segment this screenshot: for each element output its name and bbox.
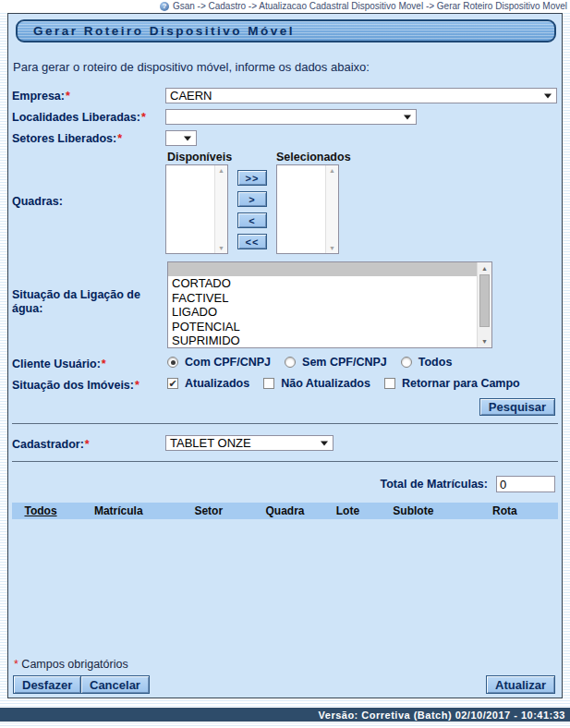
move-all-left-button[interactable]: <<	[237, 234, 267, 249]
scroll-down-icon[interactable]: ▼	[478, 338, 491, 345]
page-title: Gerar Roteiro Dispositivo Móvel	[18, 21, 554, 41]
cadastrador-select-value: TABLET ONZE	[170, 436, 251, 450]
required-asterisk: *	[141, 111, 146, 124]
breadcrumb: ? Gsan -> Cadastro -> Atualizacao Cadast…	[0, 0, 570, 12]
listbox-option[interactable]: FACTIVEL	[168, 291, 477, 305]
radio-label: Sem CPF/CNPJ	[302, 356, 387, 369]
situacao-ligacao-label: Situação da Ligação de água:	[12, 288, 156, 316]
scroll-up-icon[interactable]: ▲	[218, 167, 224, 174]
scroll-up-icon[interactable]: ▲	[478, 265, 491, 272]
radio-dot	[171, 360, 176, 365]
quadras-disponiveis-label: Disponíveis	[167, 151, 232, 164]
checkbox-icon[interactable]	[384, 378, 395, 389]
checkbox-label: Atualizados	[185, 377, 249, 390]
radio-sem-cpf-cnpj[interactable]: Sem CPF/CNPJ	[285, 356, 387, 369]
column-header-setor: Setor	[167, 504, 249, 517]
move-right-button[interactable]: >	[237, 191, 267, 207]
atualizar-button[interactable]: Atualizar	[486, 675, 555, 694]
radio-label: Todos	[418, 356, 453, 369]
divider	[12, 423, 558, 424]
column-header-todos[interactable]: Todos	[12, 504, 69, 517]
cadastrador-select[interactable]: TABLET ONZE	[165, 435, 334, 451]
divider	[12, 461, 558, 462]
situacao-imoveis-checkbox-group: ✔ Atualizados Não Atualizados Retornar p…	[167, 377, 520, 390]
localidades-select[interactable]	[165, 109, 417, 125]
empresa-label-text: Empresa:	[12, 90, 65, 103]
checkbox-nao-atualizados[interactable]: Não Atualizados	[263, 377, 370, 390]
checkbox-icon-checked[interactable]: ✔	[167, 378, 178, 389]
title-bar: Gerar Roteiro Dispositivo Móvel	[16, 19, 556, 42]
intro-text: Para gerar o roteiro de dispositivo móve…	[13, 60, 370, 74]
cliente-usuario-radio-group: Com CPF/CNPJ Sem CPF/CNPJ Todos	[167, 356, 452, 369]
checkbox-label: Retornar para Campo	[402, 377, 520, 390]
column-header-rota: Rota	[452, 504, 558, 517]
listbox-option[interactable]: POTENCIAL	[168, 320, 477, 334]
dropdown-arrow-icon	[321, 441, 328, 445]
column-header-lote: Lote	[321, 504, 375, 517]
required-note-text: Campos obrigatórios	[18, 658, 128, 671]
move-left-button[interactable]: <	[237, 212, 267, 228]
listbox-option-blank[interactable]	[168, 262, 477, 276]
column-header-quadra: Quadra	[249, 504, 321, 517]
column-header-sublote: Sublote	[375, 504, 452, 517]
dropdown-arrow-icon	[404, 115, 411, 119]
quadras-selecionados-label: Selecionados	[276, 151, 351, 164]
setores-select[interactable]	[165, 130, 197, 146]
situacao-imoveis-label: Situação dos Imóveis:*	[12, 379, 139, 392]
cliente-usuario-label: Cliente Usuário:*	[12, 358, 106, 370]
radio-todos[interactable]: Todos	[401, 356, 453, 369]
scroll-up-icon[interactable]: ▲	[329, 167, 335, 174]
total-matriculas-label: Total de Matrículas:	[381, 478, 488, 491]
required-asterisk: *	[66, 90, 70, 103]
listbox-option[interactable]: SUPRIMIDO	[168, 334, 477, 347]
total-matriculas-value: 0	[500, 478, 506, 491]
pesquisar-button[interactable]: Pesquisar	[479, 398, 555, 416]
localidades-label: Localidades Liberadas:*	[12, 111, 146, 124]
scrollbar[interactable]: ▲ ▼	[214, 165, 227, 253]
total-matriculas-row: Total de Matrículas: 0	[381, 476, 555, 492]
checkbox-label: Não Atualizados	[281, 377, 370, 390]
radio-icon[interactable]	[401, 357, 412, 368]
cancelar-button[interactable]: Cancelar	[80, 675, 150, 694]
scrollbar-thumb[interactable]	[479, 274, 490, 327]
radio-com-cpf-cnpj[interactable]: Com CPF/CNPJ	[167, 356, 271, 369]
radio-icon[interactable]	[285, 357, 296, 368]
form-panel: Gerar Roteiro Dispositivo Móvel Para ger…	[7, 13, 563, 698]
empresa-select[interactable]: CAERN	[165, 88, 557, 103]
setores-label: Setores Liberados:*	[12, 132, 122, 145]
results-table-header: Todos Matrícula Setor Quadra Lote Sublot…	[12, 503, 558, 519]
scroll-down-icon[interactable]: ▼	[329, 245, 335, 251]
column-header-matricula: Matrícula	[69, 504, 167, 517]
checkmark-icon: ✔	[168, 378, 176, 389]
cliente-usuario-label-text: Cliente Usuário:	[12, 358, 101, 370]
move-all-right-button[interactable]: >>	[237, 170, 267, 186]
footer-version-bar: Versão: Corretiva (Batch) 02/10/2017 - 1…	[0, 708, 570, 722]
quadras-disponiveis-list[interactable]: ▲ ▼	[165, 164, 228, 254]
version-text: Versão: Corretiva (Batch) 02/10/2017 - 1…	[319, 710, 565, 721]
desfazer-button[interactable]: Desfazer	[13, 675, 81, 694]
listbox-option[interactable]: LIGADO	[168, 305, 477, 319]
required-asterisk: *	[85, 438, 90, 451]
breadcrumb-text: Gsan -> Cadastro -> Atualizacao Cadastra…	[173, 1, 567, 11]
required-asterisk: *	[135, 379, 139, 392]
scroll-down-icon[interactable]: ▼	[218, 245, 224, 251]
empresa-label: Empresa:*	[12, 90, 70, 103]
quadras-label: Quadras:	[12, 195, 63, 208]
required-asterisk: *	[102, 358, 106, 370]
total-matriculas-input[interactable]: 0	[496, 476, 555, 492]
quadras-selecionados-list[interactable]: ▲ ▼	[276, 164, 339, 254]
help-icon[interactable]: ?	[160, 2, 169, 11]
checkbox-retornar-campo[interactable]: Retornar para Campo	[384, 377, 520, 390]
checkbox-atualizados[interactable]: ✔ Atualizados	[167, 377, 249, 390]
cadastrador-label-text: Cadastrador:	[12, 438, 84, 451]
checkbox-icon[interactable]	[263, 378, 274, 389]
scrollbar[interactable]: ▲ ▼	[477, 262, 491, 347]
radio-label: Com CPF/CNPJ	[185, 356, 271, 369]
scrollbar[interactable]: ▲ ▼	[325, 165, 338, 253]
localidades-label-text: Localidades Liberadas:	[12, 111, 140, 124]
cadastrador-label: Cadastrador:*	[12, 438, 90, 451]
situacao-ligacao-listbox[interactable]: CORTADO FACTIVEL LIGADO POTENCIAL SUPRIM…	[167, 261, 492, 348]
required-asterisk: *	[117, 132, 122, 145]
radio-icon-checked[interactable]	[167, 357, 178, 368]
listbox-option[interactable]: CORTADO	[168, 276, 477, 290]
